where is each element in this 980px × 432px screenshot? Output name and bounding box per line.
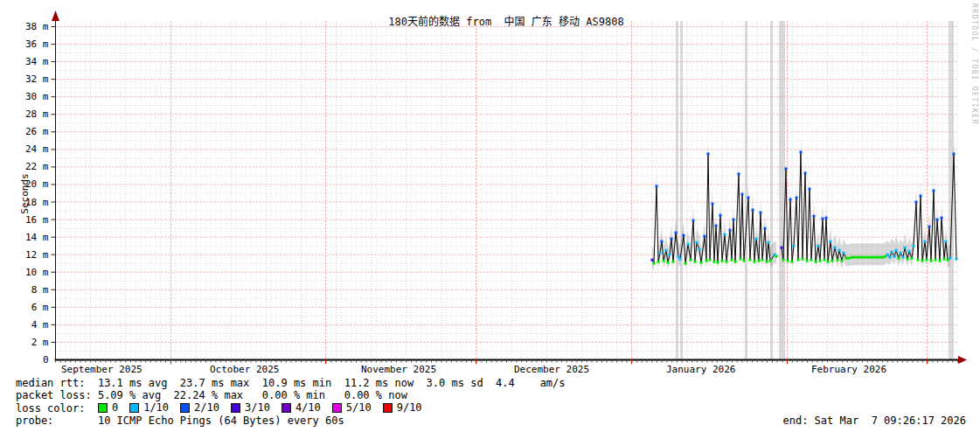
loss-dot [661, 240, 664, 243]
loss-dot [822, 218, 824, 220]
y-tick-label: 22 m [25, 161, 49, 172]
loss-dot [755, 238, 758, 240]
nodata-band [676, 21, 678, 360]
loss-dot [793, 245, 796, 247]
loss-dot [692, 219, 695, 222]
nodata-band [745, 21, 747, 360]
loss-dot [657, 261, 660, 263]
loss-dot [712, 203, 714, 206]
loss-legend-item: 5/10 [332, 401, 372, 414]
loss-dot [715, 225, 718, 227]
loss-dot [936, 219, 939, 221]
loss-dot [908, 250, 911, 253]
nodata-band [949, 21, 954, 360]
loss-dot [898, 257, 900, 260]
loss-dot [869, 256, 872, 259]
loss-dot [882, 256, 885, 259]
loss-dot [939, 260, 942, 262]
loss-dot [694, 261, 697, 263]
loss-dot [717, 261, 719, 264]
loss-dot [915, 201, 918, 204]
loss-dot [848, 257, 851, 260]
y-tick-label: 38 m [25, 21, 49, 32]
loss-dot [834, 247, 837, 249]
loss-dot [675, 232, 678, 234]
y-tick-label: 32 m [25, 73, 49, 85]
loss-dot [713, 261, 716, 263]
loss-dot [830, 240, 832, 243]
loss-dot [760, 212, 762, 214]
loss-legend-item: 3/10 [231, 401, 270, 414]
loss-dot [930, 260, 933, 262]
loss-dot [810, 259, 813, 261]
loss-dot [872, 256, 874, 259]
loss-dot [734, 261, 737, 263]
y-tick-label: 34 m [25, 56, 49, 67]
loss-dot [913, 245, 915, 247]
loss-dot [941, 217, 943, 219]
loss-dot [933, 189, 935, 192]
loss-dot [687, 243, 690, 246]
loss-dot [843, 252, 845, 254]
loss-color-swatch [332, 403, 342, 413]
loss-dot [893, 255, 896, 258]
y-tick-label: 2 m [31, 337, 49, 348]
loss-color-items: 01/102/103/104/105/109/10 [98, 401, 434, 415]
loss-dot [837, 259, 839, 261]
loss-dot [671, 238, 673, 240]
y-tick-label: 24 m [25, 143, 49, 155]
loss-dot [749, 259, 752, 261]
loss-dot [758, 260, 761, 262]
y-axis-arrow-icon [52, 10, 59, 21]
loss-dot [877, 256, 879, 259]
loss-dot [659, 252, 662, 254]
loss-dot [679, 258, 682, 261]
loss-dot [838, 249, 841, 252]
loss-color-swatch [383, 403, 393, 413]
loss-dot [678, 255, 680, 258]
loss-dot [700, 261, 703, 264]
loss-dot [721, 260, 724, 262]
loss-legend-item: 2/10 [180, 401, 219, 414]
loss-dot [651, 259, 654, 261]
loss-dot [672, 261, 675, 263]
loss-dot [928, 226, 931, 228]
loss-dot [851, 256, 853, 259]
loss-dot [667, 261, 670, 264]
loss-dot [917, 259, 920, 261]
loss-dot [866, 256, 869, 259]
x-axis-month-label: September 2025 [61, 364, 142, 375]
loss-dot [754, 261, 756, 263]
loss-dot [886, 254, 889, 256]
loss-dot [653, 262, 656, 265]
loss-dot [719, 214, 722, 217]
loss-dot [943, 258, 946, 261]
packet-loss-stats: packet loss: 5.09 % avg 22.24 % max 0.00… [16, 389, 566, 401]
loss-dot [787, 260, 789, 262]
loss-dot [731, 259, 733, 261]
loss-dot [819, 260, 822, 262]
loss-dot [696, 241, 699, 244]
y-tick-label: 36 m [25, 38, 49, 50]
loss-dot [949, 257, 952, 260]
loss-dot [704, 235, 706, 238]
loss-dot [904, 247, 907, 249]
loss-dot [920, 195, 922, 198]
loss-dot [845, 257, 848, 260]
loss-color-swatch [281, 403, 291, 413]
loss-dot [813, 215, 816, 218]
loss-color-swatch [129, 403, 139, 413]
end-timestamp: end: Sat Mar 7 09:26:17 2026 [782, 415, 966, 427]
y-tick-label: 10 m [25, 267, 49, 278]
y-tick-label: 14 m [25, 232, 49, 243]
loss-dot [663, 260, 665, 262]
loss-dot [864, 256, 866, 259]
loss-dot [726, 261, 728, 263]
y-tick-label: 20 m [25, 178, 49, 190]
loss-dot [926, 259, 928, 261]
loss-dot [690, 259, 692, 261]
loss-legend-label: 5/10 [346, 401, 372, 414]
loss-dot [809, 187, 811, 190]
nodata-band [770, 21, 773, 360]
y-tick-label: 18 m [25, 197, 49, 208]
